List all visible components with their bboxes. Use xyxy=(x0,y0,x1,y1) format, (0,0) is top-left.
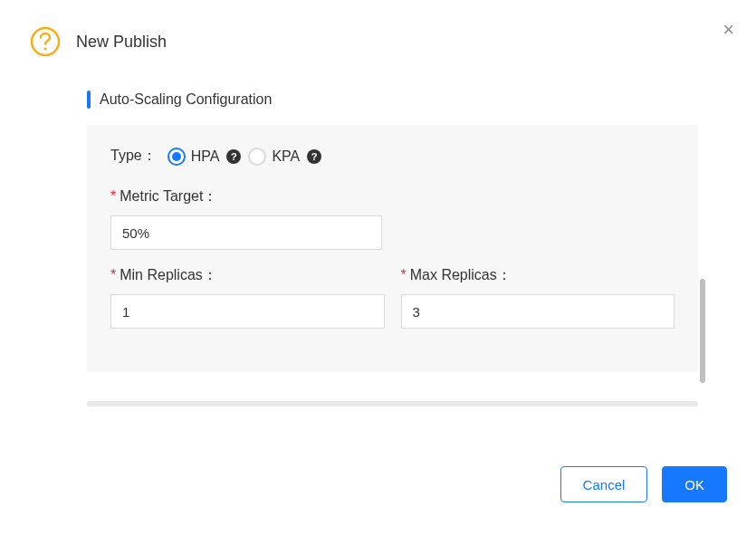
min-replicas-label: *Min Replicas： xyxy=(110,266,385,285)
type-radio-group: HPA ? KPA ? xyxy=(167,148,322,166)
section-header: Auto-Scaling Configuration xyxy=(87,91,698,109)
max-replicas-field: *Max Replicas： xyxy=(401,266,675,329)
replicas-row: *Min Replicas： *Max Replicas： xyxy=(110,266,675,329)
help-icon[interactable]: ? xyxy=(226,149,241,164)
radio-item-kpa: KPA ? xyxy=(248,148,321,166)
horizontal-scrollbar[interactable] xyxy=(87,401,698,406)
min-replicas-field: *Min Replicas： xyxy=(110,266,385,329)
required-marker: * xyxy=(110,267,116,282)
required-marker: * xyxy=(401,267,407,282)
radio-kpa[interactable] xyxy=(248,148,266,166)
new-publish-dialog: × New Publish Auto-Scaling Configuration… xyxy=(0,0,756,535)
max-replicas-label: *Max Replicas： xyxy=(401,266,675,285)
metric-target-input[interactable] xyxy=(110,215,382,250)
type-row: Type： HPA ? KPA ? xyxy=(110,147,675,166)
dialog-title: New Publish xyxy=(76,33,167,52)
question-circle-icon xyxy=(29,25,62,58)
config-panel: Type： HPA ? KPA ? xyxy=(87,125,698,372)
svg-point-1 xyxy=(43,47,46,50)
ok-button[interactable]: OK xyxy=(662,466,727,502)
required-marker: * xyxy=(110,188,116,204)
section-title: Auto-Scaling Configuration xyxy=(100,91,272,108)
max-replicas-input[interactable] xyxy=(401,294,675,329)
help-icon[interactable]: ? xyxy=(307,149,321,164)
radio-item-hpa: HPA ? xyxy=(167,148,242,166)
dialog-content: Auto-Scaling Configuration Type： HPA ? K… xyxy=(87,91,698,406)
metric-target-row: *Metric Target： xyxy=(110,187,675,250)
radio-kpa-label: KPA xyxy=(272,148,300,165)
section-accent-bar xyxy=(87,91,91,109)
dialog-header: New Publish xyxy=(29,25,727,58)
dialog-footer: Cancel OK xyxy=(560,466,727,502)
metric-target-field: *Metric Target： xyxy=(110,187,382,250)
metric-target-label: *Metric Target： xyxy=(110,187,382,206)
radio-hpa-label: HPA xyxy=(191,148,220,165)
close-button[interactable]: × xyxy=(723,20,734,40)
close-icon: × xyxy=(723,18,734,41)
vertical-scrollbar[interactable] xyxy=(700,279,705,383)
min-replicas-input[interactable] xyxy=(110,294,385,329)
type-label: Type： xyxy=(110,147,157,166)
cancel-button[interactable]: Cancel xyxy=(560,466,648,502)
radio-hpa[interactable] xyxy=(167,148,186,166)
